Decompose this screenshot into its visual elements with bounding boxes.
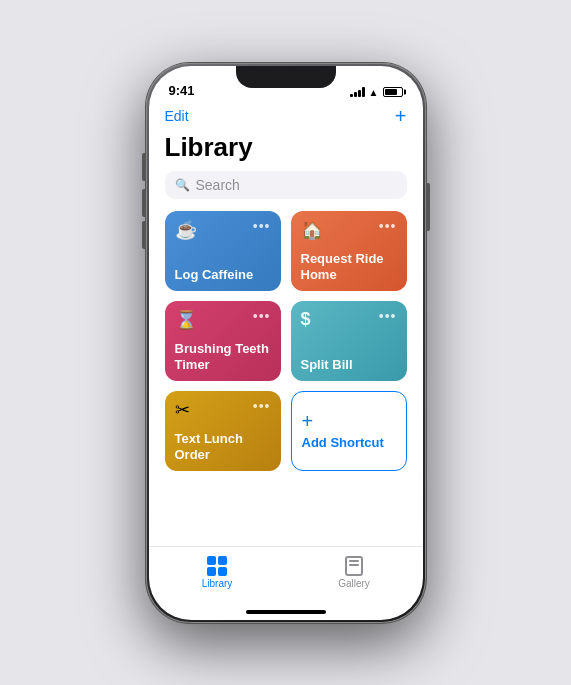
add-shortcut-plus: + bbox=[302, 411, 314, 431]
text-lunch-icon: ✂ bbox=[175, 399, 190, 421]
brushing-teeth-label: Brushing Teeth Timer bbox=[175, 341, 271, 372]
edit-button[interactable]: Edit bbox=[165, 108, 189, 124]
split-bill-icon: $ bbox=[301, 309, 311, 330]
wifi-icon: ▲ bbox=[369, 87, 379, 98]
status-time: 9:41 bbox=[169, 83, 195, 98]
brushing-teeth-icon: ⌛ bbox=[175, 309, 197, 331]
text-lunch-more[interactable]: ••• bbox=[253, 399, 271, 413]
content-area: Edit + Library 🔍 Search ☕ ••• Log Caffei… bbox=[149, 102, 423, 546]
request-ride-icon: 🏠 bbox=[301, 219, 323, 241]
signal-icon bbox=[350, 87, 365, 97]
tab-library[interactable]: Library bbox=[149, 556, 286, 589]
phone-screen: 9:41 ▲ Edit + Libra bbox=[149, 66, 423, 620]
request-ride-more[interactable]: ••• bbox=[379, 219, 397, 233]
gallery-tab-label: Gallery bbox=[338, 578, 370, 589]
request-ride-label: Request Ride Home bbox=[301, 251, 397, 282]
shortcut-text-lunch[interactable]: ✂ ••• Text Lunch Order bbox=[165, 391, 281, 471]
shortcut-brushing-teeth[interactable]: ⌛ ••• Brushing Teeth Timer bbox=[165, 301, 281, 381]
tab-bar: Library Gallery bbox=[149, 546, 423, 606]
notch bbox=[236, 66, 336, 88]
log-caffeine-more[interactable]: ••• bbox=[253, 219, 271, 233]
brushing-teeth-more[interactable]: ••• bbox=[253, 309, 271, 323]
status-icons: ▲ bbox=[350, 87, 403, 98]
shortcut-log-caffeine[interactable]: ☕ ••• Log Caffeine bbox=[165, 211, 281, 291]
shortcut-split-bill[interactable]: $ ••• Split Bill bbox=[291, 301, 407, 381]
log-caffeine-icon: ☕ bbox=[175, 219, 197, 241]
add-shortcut-button[interactable]: + Add Shortcut bbox=[291, 391, 407, 471]
text-lunch-label: Text Lunch Order bbox=[175, 431, 271, 462]
phone-frame: 9:41 ▲ Edit + Libra bbox=[146, 63, 426, 623]
gallery-tab-icon bbox=[345, 556, 363, 576]
shortcuts-grid: ☕ ••• Log Caffeine 🏠 ••• Request Ride Ho… bbox=[149, 211, 423, 471]
library-tab-icon bbox=[207, 556, 227, 576]
add-button[interactable]: + bbox=[395, 106, 407, 126]
battery-icon bbox=[383, 87, 403, 97]
split-bill-more[interactable]: ••• bbox=[379, 309, 397, 323]
shortcut-request-ride[interactable]: 🏠 ••• Request Ride Home bbox=[291, 211, 407, 291]
split-bill-label: Split Bill bbox=[301, 357, 397, 373]
tab-gallery[interactable]: Gallery bbox=[286, 556, 423, 589]
search-bar[interactable]: 🔍 Search bbox=[165, 171, 407, 199]
home-indicator bbox=[246, 610, 326, 614]
page-title: Library bbox=[149, 132, 423, 171]
log-caffeine-label: Log Caffeine bbox=[175, 267, 271, 283]
search-placeholder: Search bbox=[196, 177, 240, 193]
add-shortcut-label: Add Shortcut bbox=[302, 435, 384, 450]
top-nav: Edit + bbox=[149, 102, 423, 132]
search-icon: 🔍 bbox=[175, 178, 190, 192]
library-tab-label: Library bbox=[202, 578, 233, 589]
